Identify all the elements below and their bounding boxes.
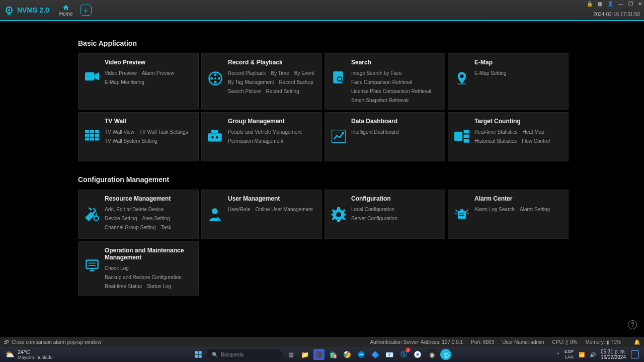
app-logo: NVMS 2.0	[4, 5, 49, 15]
taskbar-app1[interactable]: 🔷	[370, 349, 381, 360]
svg-point-8	[214, 77, 216, 79]
link-online-user-management[interactable]: Online User Management	[255, 206, 312, 213]
taskbar-video[interactable]: 🎥	[313, 349, 325, 360]
card-operation-and-maintenance-management[interactable]: Operation and Maintenance ManagementChec…	[78, 241, 199, 296]
grid-icon[interactable]: ▦	[598, 1, 602, 7]
link-e-map-setting[interactable]: E-Map Setting	[474, 70, 506, 77]
link-add-edit-or-delete-device[interactable]: Add, Edit or Delete Device	[105, 206, 164, 213]
group-icon	[208, 130, 223, 156]
link-e-map-monitoring[interactable]: E-Map Monitoring	[105, 79, 144, 86]
card-configuration[interactable]: ConfigurationLocal ConfigurationServer C…	[325, 190, 445, 239]
taskbar-skype[interactable]: Ⓢ	[398, 349, 409, 360]
link-intelligent-dashboard[interactable]: Intelligent Dashboard	[351, 129, 399, 136]
taskbar-nvms[interactable]: ◎	[440, 349, 451, 360]
card-video-preview[interactable]: Video PreviewVideo PreviewAlarm PreviewE…	[78, 53, 199, 110]
link-image-search-by-face[interactable]: Image Search by Face	[351, 70, 402, 77]
counter-icon	[454, 130, 469, 156]
link-permission-management[interactable]: Permission Management	[228, 138, 284, 145]
card-record-playback[interactable]: Record & PlaybackRecord PlaybackBy TimeB…	[201, 53, 322, 110]
link-people-and-vehicle-management[interactable]: People and Vehicle Management	[228, 129, 302, 136]
popup-message[interactable]: Close comparison alarm pop-up window	[12, 339, 101, 345]
link-alarm-setting[interactable]: Alarm Setting	[520, 206, 550, 213]
popup-icon[interactable]: 🗗	[4, 339, 9, 345]
link-local-configuration[interactable]: Local Configuration	[351, 206, 394, 213]
svg-rect-30	[463, 135, 469, 138]
link-backup-and-restore-configuration[interactable]: Backup and Restore Configuration	[105, 274, 182, 281]
minimize-button[interactable]: —	[618, 1, 623, 7]
card-title: TV Wall	[105, 118, 193, 125]
taskbar-volume-icon[interactable]: 🔊	[590, 352, 596, 357]
link-user-role[interactable]: User/Role	[228, 206, 250, 213]
svg-point-5	[218, 77, 220, 80]
card-user-management[interactable]: User ManagementUser/RoleOnline User Mana…	[201, 190, 322, 239]
link-record-playback[interactable]: Record Playback	[228, 70, 266, 77]
taskbar-obs[interactable]: ◉	[426, 349, 437, 360]
tab-home[interactable]: Home	[59, 4, 73, 17]
link-alarm-preview[interactable]: Alarm Preview	[142, 70, 174, 77]
taskbar-wifi-icon[interactable]: 📶	[579, 352, 585, 357]
card-search[interactable]: SearchImage Search by FaceFace Compariso…	[325, 53, 445, 110]
taskbar-notifications[interactable]	[631, 350, 639, 358]
card-data-dashboard[interactable]: Data DashboardIntelligent Dashboard	[325, 112, 445, 161]
lock-icon[interactable]: 🔒	[587, 1, 593, 7]
link-server-configuration[interactable]: Server Configuration	[351, 215, 397, 222]
link-area-setting[interactable]: Area Setting	[142, 215, 170, 222]
link-status-log[interactable]: Status Log	[147, 283, 171, 290]
taskbar-edge[interactable]	[356, 349, 367, 360]
link-tv-wall-view[interactable]: TV Wall View	[105, 129, 134, 136]
taskbar-clock[interactable]: 05:31 p. m. 16/02/2024	[601, 349, 626, 360]
taskbar-tray-chevron[interactable]: ˄	[557, 352, 559, 357]
svg-rect-35	[458, 211, 466, 219]
link-real-time-status[interactable]: Real-time Status	[105, 283, 142, 290]
link-heat-map[interactable]: Heat Map	[523, 129, 544, 136]
link-tv-wall-task-settings[interactable]: TV Wall Task Settings	[139, 129, 188, 136]
link-device-setting[interactable]: Device Setting	[105, 215, 137, 222]
link-video-preview[interactable]: Video Preview	[105, 70, 137, 77]
card-title: Data Dashboard	[351, 118, 440, 125]
link-real-time-statistics[interactable]: Real-time Statistics	[474, 129, 518, 136]
link-by-tag-management[interactable]: By Tag Management	[228, 79, 274, 86]
help-button[interactable]: ?	[628, 320, 637, 329]
link-record-backup[interactable]: Record Backup	[279, 79, 313, 86]
link-tv-wall-system-setting[interactable]: TV Wall System Setting	[105, 138, 157, 145]
alarm-icon	[454, 207, 469, 233]
link-check-log[interactable]: Check Log	[105, 265, 129, 272]
link-task[interactable]: Task	[161, 224, 172, 231]
taskbar-explorer[interactable]: 📁	[299, 349, 310, 360]
taskbar-store[interactable]: 🛍️	[328, 349, 339, 360]
maximize-button[interactable]: ❐	[628, 1, 633, 7]
link-smart-snapshot-retrieval[interactable]: Smart Snapshot Retrieval	[351, 97, 409, 104]
start-button[interactable]	[193, 349, 204, 360]
svg-point-13	[457, 83, 467, 85]
link-by-time[interactable]: By Time	[271, 70, 289, 77]
card-resource-management[interactable]: Resource ManagementAdd, Edit or Delete D…	[78, 190, 199, 239]
link-channel-group-setting[interactable]: Channel Group Setting	[105, 224, 156, 231]
taskbar-mail[interactable]: 📧	[384, 349, 395, 360]
link-alarm-log-search[interactable]: Alarm Log Search	[474, 206, 515, 213]
link-by-event[interactable]: By Event	[294, 70, 314, 77]
link-record-setting[interactable]: Record Setting	[266, 88, 299, 95]
link-historical-statistics[interactable]: Historical Statistics	[474, 138, 517, 145]
card-e-map[interactable]: E-MapE-Map Setting	[448, 53, 569, 110]
taskbar-weather[interactable]: ⛅ 24°C Mayorm. nublado	[5, 349, 53, 360]
card-group-management[interactable]: Group ManagementPeople and Vehicle Manag…	[201, 112, 322, 161]
app-timestamp: 2024-02-16 17:31:50	[593, 12, 640, 17]
link-flow-control[interactable]: Flow Control	[522, 138, 550, 145]
taskbar-search[interactable]: 🔍 Búsqueda	[207, 349, 282, 360]
taskbar-lang[interactable]: ESPLAA	[565, 349, 574, 360]
link-search-picture[interactable]: Search Picture	[228, 88, 261, 95]
taskbar-task-view[interactable]: ⊞	[285, 349, 296, 360]
add-tab-button[interactable]: +	[80, 5, 92, 16]
svg-point-32	[94, 216, 99, 221]
close-button[interactable]: ✕	[638, 1, 642, 7]
taskbar-chrome[interactable]	[342, 349, 353, 360]
card-alarm-center[interactable]: Alarm CenterAlarm Log SearchAlarm Settin…	[448, 190, 569, 239]
card-target-counting[interactable]: Target CountingReal-time StatisticsHeat …	[448, 112, 569, 161]
user-icon[interactable]: 👤	[607, 1, 613, 7]
bell-icon[interactable]: 🔔	[634, 339, 640, 345]
card-tv-wall[interactable]: TV WallTV Wall ViewTV Wall Task Settings…	[78, 112, 199, 161]
svg-line-38	[466, 210, 468, 212]
link-face-comparison-retrieval[interactable]: Face Comparison Retrieval	[351, 79, 412, 86]
taskbar-chrome2[interactable]	[412, 349, 423, 360]
link-license-plate-comparison-retrieval[interactable]: License Plate Comparison Retrieval	[351, 88, 431, 95]
